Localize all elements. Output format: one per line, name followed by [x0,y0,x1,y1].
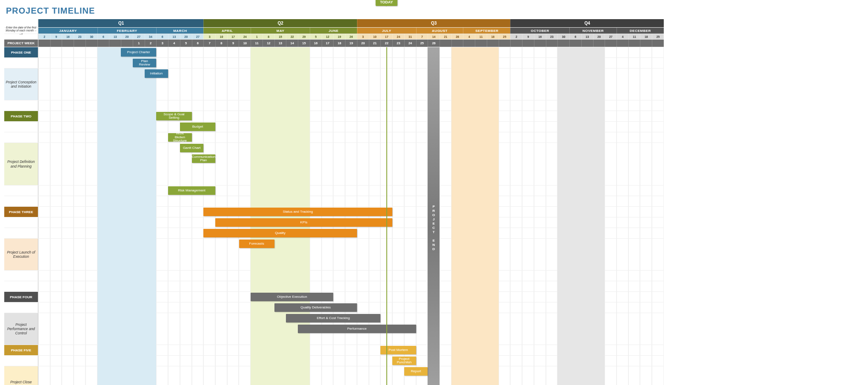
week-header-cell [487,40,499,47]
week-header-cell: 15 [298,40,310,47]
week-header-cell [62,40,74,47]
week-header-cell [499,40,511,47]
row-spacer [4,122,38,132]
row-spacer [4,271,38,281]
gantt-bar[interactable]: Work Bkdwn Structure [168,133,191,142]
week-header-cell [475,40,487,47]
week-header-cell: 19 [345,40,357,47]
day-header: 29 [298,34,310,39]
week-header-cell: 11 [251,40,263,47]
row-spacer [4,217,38,228]
week-header-cell [617,40,628,47]
day-header: 2 [510,34,522,39]
day-header: 6 [97,34,109,39]
week-header-cell: 25 [416,40,428,47]
day-header: 30 [86,34,97,39]
week-header-cell [640,40,652,47]
day-header: 25 [499,34,511,39]
week-header-cell [451,40,463,47]
week-header-cell: 14 [286,40,298,47]
day-header: 11 [475,34,487,39]
month-header: MARCH [156,28,203,34]
week-header-cell: 16 [310,40,322,47]
day-header: 30 [557,34,569,39]
week-header-cell [50,40,62,47]
phase-label: PHASE TWO [4,111,38,121]
week-header-cell: 20 [357,40,369,47]
day-header: 9 [50,34,62,39]
row-spacer [4,302,38,313]
gantt-bar[interactable]: Performance [298,325,416,333]
month-header: APRIL [203,28,251,34]
week-header-cell [628,40,640,47]
gantt-bar[interactable]: Plan Review [133,59,156,67]
gantt-bar[interactable]: Objective Execution [251,293,333,301]
month-header: MAY [251,28,310,34]
gantt-bar[interactable]: Communication Plan [192,154,215,163]
row-spacer [4,196,38,206]
day-header: 14 [428,34,440,39]
week-header-cell: 18 [333,40,345,47]
phase-label: PHASE FIVE [4,345,38,355]
day-header: 13 [581,34,593,39]
gantt-bar[interactable]: Scope & Goal Setting [156,112,191,120]
week-header-cell: 8 [215,40,227,47]
gantt-bar[interactable]: Post Mortem [380,346,416,354]
week-header-cell [97,40,109,47]
week-header-cell [546,40,558,47]
gantt-bar[interactable]: Project Charter [121,48,156,57]
day-header: 10 [369,34,381,39]
gantt-bar[interactable]: Effort & Cost Tracking [286,314,380,322]
gantt-bar[interactable]: Quality [203,229,357,237]
month-header: JANUARY [38,28,97,34]
day-header: 24 [392,34,404,39]
quarter-header: Q4 [510,19,664,27]
section-label: Project Conception and Initiation [4,68,38,100]
week-header-cell: 24 [404,40,416,47]
section-label: Project Close [4,366,38,385]
week-header-cell: 3 [156,40,168,47]
week-header-cell: 22 [380,40,392,47]
week-header-cell [534,40,546,47]
day-header: 1 [251,34,263,39]
month-header: JUNE [310,28,357,34]
day-header: 23 [546,34,558,39]
gantt-bar[interactable]: KPIs [215,218,392,227]
day-header: 31 [404,34,416,39]
day-header: 13 [168,34,180,39]
gantt-bar[interactable]: Risk Management [168,186,215,195]
week-header-cell [569,40,581,47]
gantt-bar[interactable]: Report [404,367,428,376]
day-header: 18 [487,34,499,39]
week-header-cell [121,40,133,47]
day-header: 8 [263,34,274,39]
week-header-cell [510,40,522,47]
day-header: 13 [109,34,121,39]
day-header: 4 [463,34,475,39]
week-header-cell [652,40,664,47]
gantt-bar[interactable]: Forecasts [239,240,274,248]
row-spacer [4,132,38,143]
gantt-bar[interactable]: Quality Deliverables [274,303,357,312]
day-header: 10 [215,34,227,39]
today-marker: TODAY [376,0,397,6]
gantt-bar[interactable]: Status and Tracking [203,208,392,216]
week-header-cell [86,40,97,47]
week-header-cell: 7 [203,40,215,47]
row-spacer [4,100,38,111]
week-header-cell [557,40,569,47]
gantt-bar[interactable]: Initiation [145,69,168,78]
week-header: PROJECT WEEK [4,40,38,47]
day-header: 26 [345,34,357,39]
gantt-bar[interactable]: Project Punchlish [392,356,416,365]
month-header: OCTOBER [510,28,569,34]
section-label: Project Performance and Control [4,313,38,345]
monday-note: Enter the date of the first Monday of ea… [4,28,38,34]
row-spacer [4,185,38,196]
day-header: 15 [274,34,286,39]
week-header-cell [463,40,475,47]
day-header: 25 [652,34,664,39]
gantt-bar[interactable]: Gantt Chart [180,144,203,152]
gantt-bar[interactable]: Budget [180,123,215,131]
week-header-cell: 10 [239,40,251,47]
